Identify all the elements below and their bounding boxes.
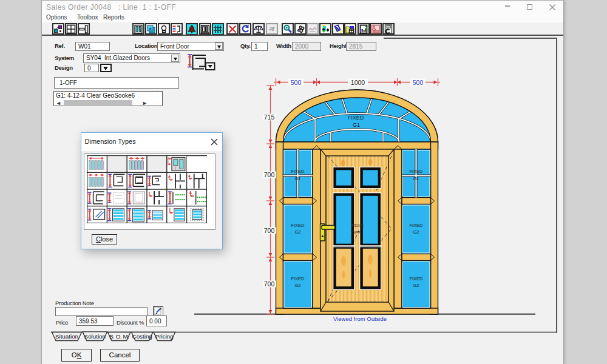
svg-text:FIXED: FIXED: [291, 223, 305, 228]
svg-text:FIXED: FIXED: [348, 115, 364, 121]
svg-text:B. O. M.: B. O. M.: [109, 333, 129, 340]
svg-text:FIXED: FIXED: [409, 276, 423, 281]
svg-text:Viewed from Outside: Viewed from Outside: [333, 315, 387, 322]
svg-text:Situation: Situation: [55, 333, 78, 340]
svg-text:G1: G1: [294, 176, 300, 181]
svg-text:G2: G2: [413, 229, 419, 235]
svg-text:FIXED: FIXED: [409, 169, 423, 174]
svg-text:1000: 1000: [351, 79, 365, 86]
svg-text:G2: G2: [413, 283, 419, 288]
svg-text:715: 715: [264, 113, 275, 121]
svg-text:Solution: Solution: [84, 333, 106, 340]
svg-text:G2: G2: [294, 283, 300, 288]
svg-text:G1: G1: [413, 176, 419, 181]
svg-text:500: 500: [291, 79, 302, 86]
svg-text:500: 500: [413, 79, 424, 86]
svg-text:Pricing: Pricing: [155, 333, 174, 340]
svg-text:FIXED: FIXED: [409, 223, 423, 228]
svg-text:RDim: RDim: [351, 223, 364, 228]
svg-text:OPF: OPF: [351, 230, 362, 235]
svg-text:700: 700: [264, 171, 275, 178]
svg-text:FIXED: FIXED: [291, 276, 305, 281]
svg-text:Costing: Costing: [132, 333, 152, 340]
svg-text:700: 700: [264, 280, 275, 288]
svg-text:G1: G1: [353, 122, 360, 128]
svg-text:FIXED: FIXED: [291, 169, 305, 174]
svg-text:700: 700: [264, 227, 275, 234]
svg-text:G2: G2: [294, 229, 300, 235]
